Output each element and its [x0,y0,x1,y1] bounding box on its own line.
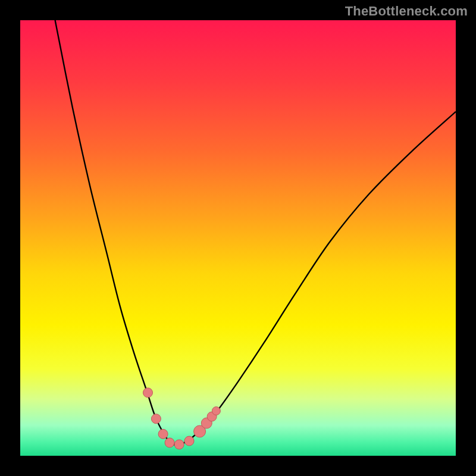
chart-svg [20,20,456,456]
plot-area [20,20,456,456]
curve-marker [165,438,174,447]
curve-marker [174,440,184,449]
curve-marker [184,436,194,446]
curve-marker [151,414,161,424]
marker-group [143,388,221,449]
curve-marker [212,407,220,415]
outer-frame: TheBottleneck.com [0,0,476,476]
curve-marker [143,388,153,397]
bottleneck-curve [55,20,456,445]
watermark-text: TheBottleneck.com [345,4,468,19]
curve-marker [158,429,168,439]
